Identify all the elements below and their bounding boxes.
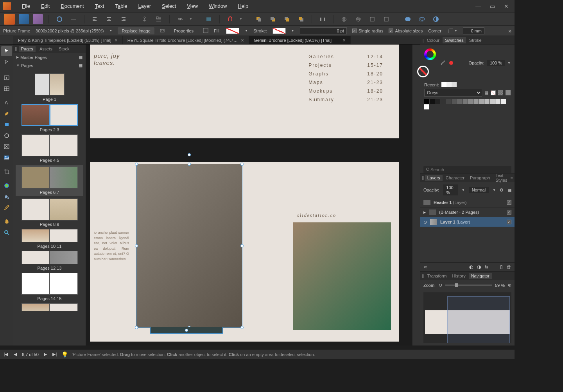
prev-page-button[interactable]: ◀ <box>13 352 18 357</box>
replace-image-button[interactable]: Replace image <box>118 27 154 34</box>
place-image-tool[interactable] <box>1 152 12 163</box>
columns-icon[interactable] <box>204 14 214 24</box>
page-thumb-9[interactable] <box>16 303 83 311</box>
fill-swatch[interactable] <box>226 28 239 34</box>
pen-tool[interactable] <box>1 109 12 119</box>
anchor-icon[interactable] <box>140 14 150 24</box>
text-styles-tab[interactable]: Text Styles <box>493 172 509 183</box>
color-picker-tool[interactable] <box>1 181 12 191</box>
menu-window[interactable]: Window <box>203 2 232 11</box>
artistic-text-tool[interactable]: A <box>1 98 12 108</box>
stroke-well[interactable] <box>417 66 429 77</box>
corner-value-input[interactable] <box>463 27 484 34</box>
rectangle-tool[interactable] <box>1 120 12 130</box>
align-right-icon[interactable] <box>118 14 128 24</box>
navigator-tab[interactable]: Navigator <box>469 273 492 279</box>
menu-select[interactable]: Select <box>156 2 181 11</box>
layer-row[interactable]: Header 1 (Layer) ✓ <box>420 198 515 208</box>
eyedropper-icon[interactable] <box>440 60 445 66</box>
viewport-box[interactable] <box>447 296 510 343</box>
frame-scale-slider[interactable] <box>150 327 223 334</box>
stock-tab[interactable]: Stock <box>56 46 72 52</box>
menu-edit[interactable]: Edit <box>36 2 55 11</box>
doc-size-label[interactable]: 3000x2002 pixels @ 235dpi (255%) <box>36 29 104 33</box>
expand-icon[interactable]: ⊙ <box>423 220 427 225</box>
doc-tab-2[interactable]: HEYL Square Trifold Brochure [Locked] [M… <box>123 36 249 44</box>
zoom-value[interactable]: 59 % <box>495 283 505 288</box>
rotate-handle[interactable] <box>188 153 191 156</box>
swatch-grid[interactable] <box>420 97 515 111</box>
registration-swatch[interactable] <box>498 90 503 95</box>
fx-icon[interactable]: fx <box>485 264 488 270</box>
next-page-button[interactable]: ▶ <box>43 352 48 357</box>
zoom-tool[interactable] <box>1 227 12 238</box>
photo-persona-icon[interactable] <box>33 14 43 24</box>
menu-table[interactable]: Table <box>109 2 133 11</box>
baseline-icon[interactable] <box>68 14 79 24</box>
pages-opts-icon[interactable]: ▦ <box>79 63 82 68</box>
close-window-button[interactable]: ✕ <box>504 4 509 9</box>
add-palette-icon[interactable]: ▦ <box>484 90 488 95</box>
ellipse-tool[interactable] <box>1 131 12 141</box>
fill-well[interactable] <box>424 48 436 60</box>
page-thumb-7[interactable]: Pages 12,13 <box>16 251 83 270</box>
resize-handle[interactable] <box>135 326 138 329</box>
pages-opts-icon[interactable]: ▦ <box>79 55 82 60</box>
spread-upper[interactable]: pure, joyleaves. Galleries12-14 Projects… <box>90 45 399 138</box>
close-icon[interactable]: × <box>342 37 346 43</box>
visibility-checkbox[interactable]: ✓ <box>507 200 511 205</box>
resize-handle[interactable] <box>188 163 191 166</box>
rotate-ccw-icon[interactable] <box>381 14 391 24</box>
designer-persona-icon[interactable] <box>19 14 29 24</box>
menu-layer[interactable]: Layer <box>133 2 157 11</box>
minimize-button[interactable]: — <box>475 4 481 9</box>
pages-list[interactable]: Page 1 Pages 2,3 Pages 4,5 Pages 6,7 Pag… <box>13 70 86 345</box>
zoom-in-button[interactable]: ⊕ <box>508 283 511 288</box>
page-thumb-2[interactable]: Pages 2,3 <box>16 104 83 132</box>
selection-box[interactable] <box>136 164 242 328</box>
menu-file[interactable]: File <box>16 2 36 11</box>
close-icon[interactable]: × <box>241 37 244 43</box>
menu-view[interactable]: View <box>181 2 203 11</box>
paragraph-tab[interactable]: Paragraph <box>468 175 492 181</box>
resize-handle[interactable] <box>240 326 244 329</box>
resize-handle[interactable] <box>135 244 138 247</box>
stroke-swatch[interactable] <box>273 28 286 34</box>
page-indicator[interactable]: 6,7 of 50 <box>22 352 39 357</box>
properties-button[interactable]: Properties <box>170 27 197 34</box>
boolean1-icon[interactable] <box>403 14 413 24</box>
stroke-tab[interactable]: Stroke <box>467 37 484 43</box>
last-page-button[interactable]: ▶| <box>52 352 57 357</box>
panel-menu-icon[interactable]: ≡ <box>511 175 513 180</box>
opacity-value[interactable]: 100 % <box>487 60 505 66</box>
boolean2-icon[interactable] <box>417 14 427 24</box>
distribute-icon[interactable] <box>317 14 328 24</box>
align-center-icon[interactable] <box>104 14 114 24</box>
menu-help[interactable]: Help <box>232 2 254 11</box>
flip-v-icon[interactable] <box>353 14 363 24</box>
assets-tab[interactable]: Assets <box>37 46 55 52</box>
colour-tab[interactable]: Colour <box>425 37 442 43</box>
pages-tab[interactable]: Pages <box>19 46 36 52</box>
doc-tab-3[interactable]: Gemini Brochure [Locked] (59.3%) [Trial]… <box>249 36 351 44</box>
search-input[interactable] <box>430 167 509 172</box>
delete-layer-icon[interactable]: 🗑 <box>507 264 511 270</box>
grey-swatch[interactable] <box>506 90 511 95</box>
layer-opacity-value[interactable]: 100 % <box>443 184 457 195</box>
publisher-persona-icon[interactable] <box>4 14 15 25</box>
flip-h-icon[interactable] <box>339 14 349 24</box>
master-pages-header[interactable]: ▶Master Pages ▦ <box>13 53 86 61</box>
snap-icon[interactable] <box>225 14 235 24</box>
fill-tool[interactable] <box>1 192 12 202</box>
page-thumb-5[interactable]: Pages 8,9 <box>16 199 83 227</box>
preview-icon[interactable] <box>175 14 185 24</box>
table-tool[interactable] <box>1 84 12 94</box>
boolean3-icon[interactable] <box>431 14 441 24</box>
absolute-sizes-checkbox[interactable]: ✓Absolute sizes <box>389 29 423 33</box>
stroke-width-input[interactable] <box>300 27 347 34</box>
none-swatch[interactable] <box>491 90 496 95</box>
pan-tool[interactable] <box>1 217 12 227</box>
layer-row[interactable]: ⊙ Layer 1 (Layer) ✓ <box>420 217 515 227</box>
arrange3-icon[interactable] <box>282 14 292 24</box>
mask-icon[interactable]: ◐ <box>469 264 473 270</box>
